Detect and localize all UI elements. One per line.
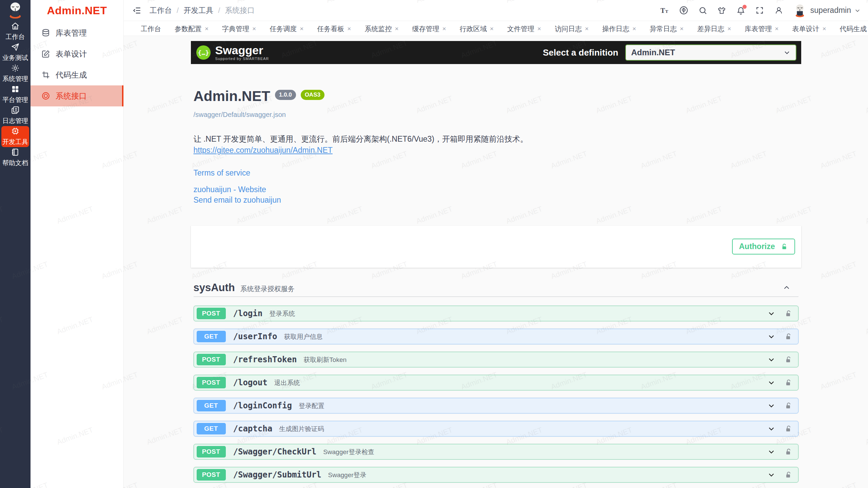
tab-文件管理[interactable]: 文件管理×: [500, 22, 548, 36]
rail-item-business-test[interactable]: 业务测试: [1, 42, 29, 63]
endpoint-row[interactable]: GET /captcha 生成图片验证码: [194, 421, 798, 436]
lock-open-icon[interactable]: [784, 471, 792, 479]
chevron-down-icon[interactable]: [768, 448, 775, 455]
lock-open-icon[interactable]: [784, 402, 792, 410]
api-description: 让 .NET 开发更简单、更通用、更流行。前后端分离架构(.NET6/Vue3)…: [194, 134, 798, 145]
lock-open-icon[interactable]: [784, 355, 792, 364]
lock-open-icon[interactable]: [784, 379, 792, 387]
tab-操作日志[interactable]: 操作日志×: [595, 22, 643, 36]
chevron-down-icon[interactable]: [768, 310, 775, 317]
tab-close-icon[interactable]: ×: [585, 25, 589, 33]
header-actions: TT: [660, 3, 861, 18]
tab-代码生成[interactable]: 代码生成×: [833, 22, 868, 36]
authorize-button[interactable]: Authorize: [732, 239, 795, 255]
terms-link[interactable]: Terms of service: [194, 168, 798, 178]
lock-open-icon[interactable]: [784, 448, 792, 456]
notification-badge: [743, 5, 747, 9]
sidebar-item-form-design[interactable]: 表单设计: [31, 43, 123, 64]
tab-close-icon[interactable]: ×: [727, 25, 731, 33]
notebook-icon: [11, 148, 20, 157]
tab-系统监控[interactable]: 系统监控×: [358, 22, 405, 36]
user-menu[interactable]: superadmin: [793, 3, 861, 18]
lock-open-icon[interactable]: [784, 309, 792, 318]
swagger-brand-sub: Supported by SMARTBEAR: [215, 57, 269, 61]
tab-close-icon[interactable]: ×: [205, 25, 209, 33]
tab-close-icon[interactable]: ×: [490, 25, 494, 33]
chevron-down-icon[interactable]: [768, 471, 775, 479]
endpoint-summary: 登录系统: [269, 309, 295, 318]
api-spec-url[interactable]: /swagger/Default/swagger.json: [194, 111, 798, 119]
rail-item-label: 系统管理: [2, 75, 28, 83]
tab-异常日志[interactable]: 异常日志×: [643, 22, 690, 36]
font-size-icon[interactable]: TT: [660, 5, 670, 16]
left-rail: 工作台 业务测试 系统管理 平台管理 日志管理 开发工具 帮助文档: [0, 0, 31, 488]
tab-close-icon[interactable]: ×: [632, 25, 636, 33]
lock-open-icon[interactable]: [784, 425, 792, 433]
chevron-down-icon[interactable]: [768, 379, 775, 386]
rail-item-help-docs[interactable]: 帮助文档: [1, 147, 29, 168]
endpoint-row[interactable]: POST /Swagger/SubmitUrl Swagger登录: [194, 467, 798, 483]
collapse-menu-icon[interactable]: [132, 5, 142, 16]
tab-表单设计[interactable]: 表单设计×: [785, 22, 833, 36]
user-profile-icon[interactable]: [774, 5, 784, 16]
breadcrumb-item[interactable]: 开发工具: [183, 5, 213, 16]
tab-工作台[interactable]: 工作台: [134, 22, 168, 36]
section-header[interactable]: sysAuth 系统登录授权服务: [194, 282, 798, 297]
send-icon: [11, 43, 20, 52]
tab-缓存管理[interactable]: 缓存管理×: [406, 22, 453, 36]
sidebar-item-db-table-mgmt[interactable]: 库表管理: [31, 22, 123, 43]
tab-任务看板[interactable]: 任务看板×: [310, 22, 358, 36]
tab-行政区域[interactable]: 行政区域×: [453, 22, 500, 36]
endpoint-row[interactable]: POST /refreshToken 获取刷新Token: [194, 352, 798, 367]
tab-close-icon[interactable]: ×: [347, 25, 351, 33]
endpoint-row[interactable]: POST /login 登录系统: [194, 306, 798, 321]
tab-库表管理[interactable]: 库表管理×: [738, 22, 785, 36]
http-method-badge: POST: [197, 354, 226, 365]
tab-label: 任务调度: [270, 24, 297, 34]
authorize-label: Authorize: [739, 242, 775, 251]
definition-select[interactable]: Admin.NET: [625, 44, 796, 61]
theme-shirt-icon[interactable]: [717, 5, 727, 16]
tab-close-icon[interactable]: ×: [680, 25, 684, 33]
rail-item-system-mgmt[interactable]: 系统管理: [1, 63, 29, 84]
endpoint-row[interactable]: POST /logout 退出系统: [194, 375, 798, 390]
tab-close-icon[interactable]: ×: [395, 25, 398, 33]
sidebar-item-system-api[interactable]: 系统接口: [31, 85, 123, 106]
breadcrumb-item[interactable]: 工作台: [150, 5, 172, 16]
chevron-down-icon[interactable]: [768, 333, 775, 340]
tab-close-icon[interactable]: ×: [252, 25, 256, 33]
swagger-brand: {…} Swagger Supported by SMARTBEAR: [196, 44, 269, 61]
chevron-down-icon: [784, 49, 790, 56]
lock-open-icon[interactable]: [784, 332, 792, 341]
sidebar-item-code-gen[interactable]: 代码生成: [31, 64, 123, 85]
endpoint-row[interactable]: POST /Swagger/CheckUrl Swagger登录检查: [194, 444, 798, 460]
tab-字典管理[interactable]: 字典管理×: [215, 22, 263, 36]
chevron-down-icon[interactable]: [768, 356, 775, 363]
tab-差异日志[interactable]: 差异日志×: [690, 22, 738, 36]
search-icon[interactable]: [698, 5, 708, 16]
chevron-down-icon[interactable]: [768, 425, 775, 432]
rail-item-workbench[interactable]: 工作台: [1, 21, 29, 42]
rail-item-dev-tools[interactable]: 开发工具: [1, 126, 29, 147]
endpoint-row[interactable]: GET /userInfo 获取用户信息: [194, 329, 798, 344]
repo-link[interactable]: https://gitee.com/zuohuaijun/Admin.NET: [194, 146, 333, 155]
tab-访问日志[interactable]: 访问日志×: [548, 22, 595, 36]
fullscreen-icon[interactable]: [755, 5, 765, 16]
tab-参数配置[interactable]: 参数配置×: [168, 22, 215, 36]
email-link[interactable]: Send email to zuohuaijun: [194, 196, 798, 205]
tab-close-icon[interactable]: ×: [300, 25, 303, 33]
tab-close-icon[interactable]: ×: [537, 25, 541, 33]
rail-item-log-mgmt[interactable]: 日志管理: [1, 105, 29, 126]
chevron-down-icon[interactable]: [768, 402, 775, 409]
username-label: superadmin: [810, 6, 851, 15]
endpoint-row[interactable]: GET /loginConfig 登录配置: [194, 398, 798, 413]
tab-close-icon[interactable]: ×: [775, 25, 778, 33]
rail-item-platform-mgmt[interactable]: 平台管理: [1, 84, 29, 105]
website-link[interactable]: zuohuaijun - Website: [194, 185, 798, 194]
rail-item-label: 平台管理: [2, 96, 28, 104]
tab-close-icon[interactable]: ×: [442, 25, 446, 33]
language-icon[interactable]: [679, 5, 689, 16]
tab-任务调度[interactable]: 任务调度×: [263, 22, 310, 36]
notification-bell-icon[interactable]: [736, 5, 746, 16]
tab-close-icon[interactable]: ×: [822, 25, 826, 33]
